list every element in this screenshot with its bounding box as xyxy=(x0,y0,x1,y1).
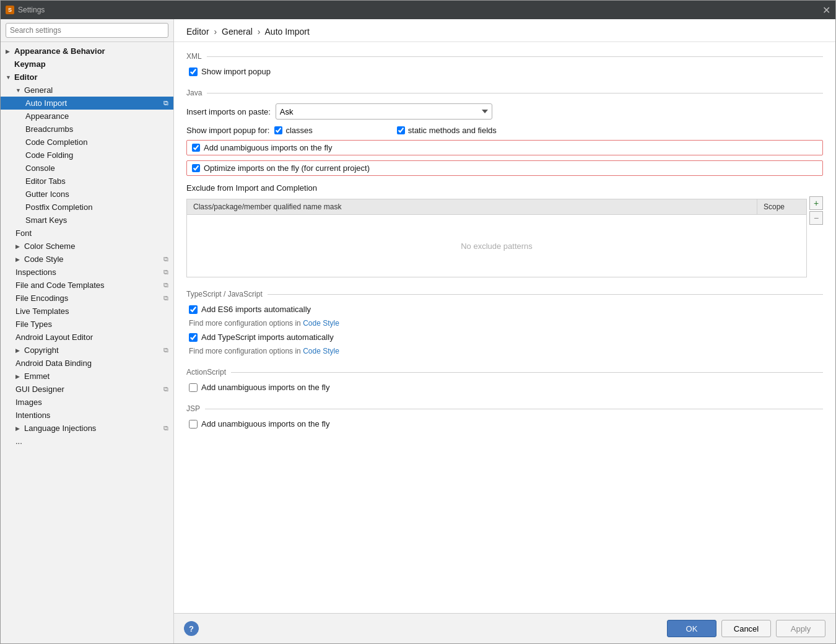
xml-section: XML Show import popup xyxy=(186,52,823,76)
add-unambiguous-as-row: Add unambiguous imports on the fly xyxy=(186,383,823,392)
sidebar-item-appearance-behavior[interactable]: ▶ Appearance & Behavior xyxy=(1,45,173,58)
exclude-section: Exclude from Import and Completion Class… xyxy=(186,183,823,277)
sidebar-item-more[interactable]: ... xyxy=(1,435,173,448)
arrow-icon: ▶ xyxy=(6,48,12,54)
sidebar-item-emmet[interactable]: ▶ Emmet xyxy=(1,370,173,383)
add-unambiguous-java-label[interactable]: Add unambiguous imports on the fly xyxy=(192,143,332,152)
add-unambiguous-as-label[interactable]: Add unambiguous imports on the fly xyxy=(189,383,329,392)
sidebar-item-general[interactable]: ▼ General xyxy=(1,84,173,97)
arrow-icon xyxy=(6,61,12,67)
classes-option: classes xyxy=(274,126,312,135)
static-methods-option: static methods and fields xyxy=(397,126,497,135)
arrow-icon: ▶ xyxy=(15,243,22,250)
search-input[interactable] xyxy=(6,23,168,38)
classes-checkbox[interactable] xyxy=(274,126,282,134)
add-unambiguous-jsp-row: Add unambiguous imports on the fly xyxy=(186,419,823,429)
sidebar-item-images[interactable]: Images xyxy=(1,396,173,409)
sidebar-item-copyright[interactable]: ▶ Copyright ⧉ xyxy=(1,344,173,357)
sidebar-item-file-types[interactable]: File Types xyxy=(1,318,173,331)
sidebar-item-breadcrumbs[interactable]: Breadcrumbs xyxy=(1,123,173,136)
app-icon: S xyxy=(6,6,14,14)
remove-pattern-button[interactable]: − xyxy=(809,211,823,225)
sidebar-item-font[interactable]: Font xyxy=(1,227,173,240)
title-bar: S Settings ✕ xyxy=(1,1,835,19)
code-style-link-ts[interactable]: Code Style xyxy=(303,347,339,355)
copy-icon: ⧉ xyxy=(163,385,168,393)
sidebar-item-file-code-templates[interactable]: File and Code Templates ⧉ xyxy=(1,279,173,292)
add-ts-label[interactable]: Add TypeScript imports automatically xyxy=(189,333,334,342)
add-unambiguous-jsp-checkbox[interactable] xyxy=(189,420,198,429)
title-bar-left: S Settings xyxy=(6,6,45,14)
arrow-icon: ▼ xyxy=(6,74,12,80)
sidebar-item-auto-import[interactable]: Auto Import ⧉ xyxy=(1,97,173,110)
actionscript-section: ActionScript Add unambiguous imports on … xyxy=(186,368,823,392)
show-import-popup-checkbox[interactable] xyxy=(189,67,198,76)
sidebar-item-code-completion[interactable]: Code Completion xyxy=(1,136,173,149)
sidebar-item-editor-tabs[interactable]: Editor Tabs xyxy=(1,175,173,188)
code-style-link-es6[interactable]: Code Style xyxy=(303,319,339,328)
java-section: Java Insert imports on paste: Ask Always… xyxy=(186,89,823,277)
optimize-imports-checkbox[interactable] xyxy=(192,164,200,172)
arrow-icon: ▶ xyxy=(15,425,22,432)
exclude-label: Exclude from Import and Completion xyxy=(186,183,823,193)
arrow-icon: ▼ xyxy=(15,87,22,94)
cancel-button[interactable]: Cancel xyxy=(721,620,771,637)
window-title: Settings xyxy=(18,6,45,14)
sidebar-item-inspections[interactable]: Inspections ⧉ xyxy=(1,266,173,279)
add-unambiguous-java-row: Add unambiguous imports on the fly xyxy=(186,140,823,155)
exclude-table: Class/package/member qualified name mask… xyxy=(186,199,807,277)
selection-indicator xyxy=(172,97,173,110)
sidebar-item-gui-designer[interactable]: GUI Designer ⧉ xyxy=(1,383,173,396)
jsp-section: JSP Add unambiguous imports on the fly xyxy=(186,404,823,429)
main-body: XML Show import popup Java xyxy=(174,42,835,613)
sidebar-tree: ▶ Appearance & Behavior Keymap ▼ Editor … xyxy=(1,42,173,643)
typescript-section-header: TypeScript / JavaScript xyxy=(186,290,823,298)
help-button[interactable]: ? xyxy=(184,621,199,636)
apply-button[interactable]: Apply xyxy=(776,620,825,637)
add-unambiguous-as-checkbox[interactable] xyxy=(189,383,198,392)
sidebar-item-editor[interactable]: ▼ Editor xyxy=(1,71,173,84)
show-popup-for-row: Show import popup for: classes static me… xyxy=(186,126,823,135)
breadcrumb-sep1: › xyxy=(214,27,217,37)
java-section-header: Java xyxy=(186,89,823,97)
find-more-es6-row: Find more configuration options in Code … xyxy=(186,319,823,328)
sidebar-item-console[interactable]: Console xyxy=(1,162,173,175)
sidebar-item-code-folding[interactable]: Code Folding xyxy=(1,149,173,162)
add-ts-row: Add TypeScript imports automatically xyxy=(186,333,823,342)
add-unambiguous-java-checkbox[interactable] xyxy=(192,144,200,152)
sidebar-item-language-injections[interactable]: ▶ Language Injections ⧉ xyxy=(1,422,173,435)
optimize-imports-label[interactable]: Optimize imports on the fly (for current… xyxy=(192,163,370,173)
sidebar-item-android-layout-editor[interactable]: Android Layout Editor xyxy=(1,331,173,344)
sidebar-item-intentions[interactable]: Intentions xyxy=(1,409,173,422)
sidebar-item-android-data-binding[interactable]: Android Data Binding xyxy=(1,357,173,370)
sidebar-item-keymap[interactable]: Keymap xyxy=(1,58,173,71)
static-methods-checkbox[interactable] xyxy=(397,126,405,134)
sidebar-item-postfix-completion[interactable]: Postfix Completion xyxy=(1,201,173,214)
sidebar-item-file-encodings[interactable]: File Encodings ⧉ xyxy=(1,292,173,305)
show-import-popup-row: Show import popup xyxy=(186,67,823,76)
add-unambiguous-jsp-label[interactable]: Add unambiguous imports on the fly xyxy=(189,419,329,429)
add-es6-label[interactable]: Add ES6 imports automatically xyxy=(189,305,311,314)
close-button[interactable]: ✕ xyxy=(822,4,830,16)
add-es6-row: Add ES6 imports automatically xyxy=(186,305,823,314)
add-ts-checkbox[interactable] xyxy=(189,333,198,342)
add-pattern-button[interactable]: + xyxy=(809,196,823,210)
copy-icon: ⧉ xyxy=(163,268,168,276)
sidebar-item-gutter-icons[interactable]: Gutter Icons xyxy=(1,188,173,201)
add-es6-checkbox[interactable] xyxy=(189,305,198,314)
insert-imports-select[interactable]: Ask Always Never xyxy=(276,103,492,120)
content-area: ▶ Appearance & Behavior Keymap ▼ Editor … xyxy=(1,19,835,643)
table-body: No exclude patterns xyxy=(187,215,806,277)
sidebar-item-appearance[interactable]: Appearance xyxy=(1,110,173,123)
arrow-icon: ▶ xyxy=(15,373,22,380)
sidebar-item-color-scheme[interactable]: ▶ Color Scheme xyxy=(1,240,173,253)
sidebar-item-smart-keys[interactable]: Smart Keys xyxy=(1,214,173,227)
exclude-table-area: Class/package/member qualified name mask… xyxy=(186,196,823,277)
table-col-scope: Scope xyxy=(757,199,806,214)
sidebar-item-live-templates[interactable]: Live Templates xyxy=(1,305,173,318)
copy-icon: ⧉ xyxy=(163,294,168,302)
ok-button[interactable]: OK xyxy=(667,620,716,637)
sidebar-item-code-style[interactable]: ▶ Code Style ⧉ xyxy=(1,253,173,266)
table-buttons: + − xyxy=(809,196,823,226)
show-import-popup-label[interactable]: Show import popup xyxy=(189,67,271,76)
